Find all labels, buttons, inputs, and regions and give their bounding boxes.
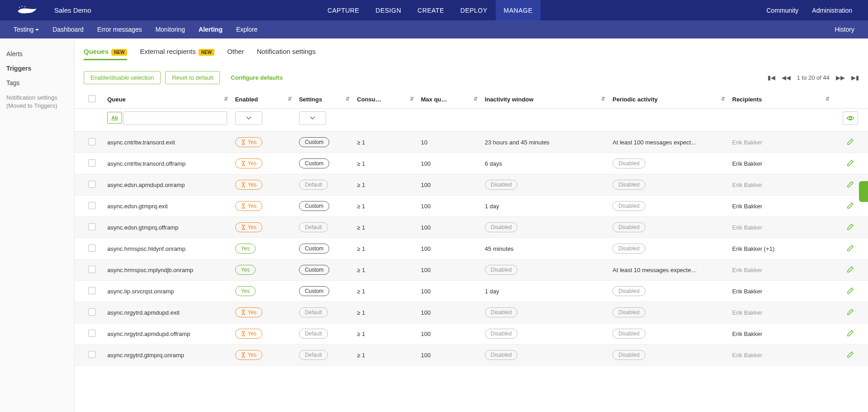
subnav-history[interactable]: History [828, 26, 861, 33]
row-checkbox[interactable] [88, 244, 95, 252]
disabled-pill[interactable]: Disabled [612, 201, 645, 211]
disabled-pill[interactable]: Disabled [612, 350, 645, 360]
nav-item-administration[interactable]: Administration [805, 7, 859, 14]
disabled-pill[interactable]: Disabled [485, 222, 518, 232]
subnav-item-alerting[interactable]: Alerting [192, 26, 229, 33]
pager-prev-icon[interactable]: ◀◀ [782, 74, 791, 81]
tab-queues[interactable]: QueuesNEW [84, 48, 127, 60]
reset-button[interactable]: Reset to default [165, 71, 220, 84]
row-checkbox[interactable] [88, 138, 95, 145]
row-checkbox[interactable] [88, 351, 95, 358]
sort-icon[interactable]: ⇵ [224, 96, 228, 102]
subnav-item-dashboard[interactable]: Dashboard [46, 26, 90, 33]
sidebar-item-triggers[interactable]: Triggers [6, 61, 68, 76]
edit-icon[interactable] [847, 139, 854, 147]
settings-pill[interactable]: Custom [299, 158, 329, 168]
enabled-pill[interactable]: Yes [235, 201, 263, 211]
settings-pill[interactable]: Default [299, 329, 328, 339]
configure-defaults-link[interactable]: Configure defaults [224, 72, 289, 84]
sidebar-item-tags[interactable]: Tags [6, 76, 68, 90]
tab-notification-settings[interactable]: Notification settings [257, 48, 316, 60]
enabled-pill[interactable]: Yes [235, 137, 263, 147]
enabled-pill[interactable]: Yes [235, 350, 263, 360]
subnav-item-testing[interactable]: Testing [7, 26, 46, 33]
subnav-item-monitoring[interactable]: Monitoring [149, 26, 192, 33]
disabled-pill[interactable]: Disabled [612, 329, 645, 339]
disabled-pill[interactable]: Disabled [612, 244, 645, 254]
edit-icon[interactable] [847, 224, 854, 232]
enabled-filter-dropdown[interactable] [235, 111, 262, 125]
sort-icon[interactable]: ⇵ [474, 96, 478, 102]
settings-pill[interactable]: Custom [299, 137, 329, 147]
enabled-pill[interactable]: Yes [235, 329, 263, 339]
settings-pill[interactable]: Custom [299, 265, 329, 275]
edit-icon[interactable] [847, 182, 854, 189]
nav-item-deploy[interactable]: DEPLOY [452, 0, 496, 20]
settings-pill[interactable]: Custom [299, 286, 329, 296]
sort-icon[interactable]: ⇵ [346, 96, 350, 102]
edit-icon[interactable] [847, 352, 854, 359]
row-checkbox[interactable] [88, 223, 95, 230]
settings-filter-dropdown[interactable] [299, 111, 326, 125]
enabled-pill[interactable]: Yes [235, 180, 263, 190]
enabled-pill[interactable]: Yes [235, 307, 263, 317]
filter-mode-button[interactable]: Ab [107, 112, 122, 124]
disabled-pill[interactable]: Disabled [612, 222, 645, 232]
settings-pill[interactable]: Default [299, 222, 328, 232]
sort-icon[interactable]: ⇵ [410, 96, 414, 102]
row-checkbox[interactable] [88, 266, 95, 273]
pager-next-icon[interactable]: ▶▶ [836, 74, 845, 81]
enabled-pill[interactable]: Yes [235, 158, 263, 168]
edit-icon[interactable] [847, 203, 854, 211]
nav-item-manage[interactable]: MANAGE [496, 0, 541, 20]
disabled-pill[interactable]: Disabled [612, 158, 645, 168]
sort-icon[interactable]: ⇵ [721, 96, 725, 102]
nav-item-design[interactable]: DESIGN [367, 0, 409, 20]
disabled-pill[interactable]: Disabled [612, 307, 645, 317]
edit-icon[interactable] [847, 331, 854, 338]
row-checkbox[interactable] [88, 330, 95, 337]
row-checkbox[interactable] [88, 202, 95, 209]
sidebar-item-alerts[interactable]: Alerts [6, 47, 68, 61]
edit-icon[interactable] [847, 160, 854, 168]
enabled-pill[interactable]: Yes [235, 286, 256, 296]
settings-pill[interactable]: Default [299, 307, 328, 317]
edit-icon[interactable] [847, 267, 854, 274]
disabled-pill[interactable]: Disabled [485, 265, 518, 275]
settings-pill[interactable]: Default [299, 350, 328, 360]
tab-external-recipients[interactable]: External recipientsNEW [140, 48, 214, 60]
enabled-pill[interactable]: Yes [235, 265, 256, 275]
subnav-item-explore[interactable]: Explore [229, 26, 264, 33]
pager-last-icon[interactable]: ▶▮ [851, 74, 859, 81]
disabled-pill[interactable]: Disabled [612, 180, 645, 190]
disabled-pill[interactable]: Disabled [485, 180, 518, 190]
edit-icon[interactable] [847, 309, 854, 317]
row-checkbox[interactable] [88, 308, 95, 316]
disabled-pill[interactable]: Disabled [485, 307, 518, 317]
sort-icon[interactable]: ⇵ [601, 96, 605, 102]
settings-pill[interactable]: Custom [299, 201, 329, 211]
nav-item-capture[interactable]: CAPTURE [319, 0, 367, 20]
sort-icon[interactable]: ⇵ [288, 96, 292, 102]
settings-pill[interactable]: Custom [299, 244, 329, 254]
enable-disable-button[interactable]: Enable/disable selection [84, 71, 161, 84]
enabled-pill[interactable]: Yes [235, 222, 263, 232]
nav-item-community[interactable]: Community [760, 7, 806, 14]
pager-first-icon[interactable]: ▮◀ [768, 74, 775, 81]
row-checkbox[interactable] [88, 159, 95, 167]
edit-icon[interactable] [847, 245, 854, 253]
nav-item-create[interactable]: CREATE [409, 0, 452, 20]
disabled-pill[interactable]: Disabled [485, 329, 518, 339]
enabled-pill[interactable]: Yes [235, 244, 256, 254]
select-all-checkbox[interactable] [88, 95, 95, 102]
disabled-pill[interactable]: Disabled [612, 286, 645, 296]
column-visibility-button[interactable] [843, 111, 858, 125]
settings-pill[interactable]: Default [299, 180, 328, 190]
queue-filter-input[interactable] [123, 111, 227, 125]
disabled-pill[interactable]: Disabled [485, 350, 518, 360]
edit-icon[interactable] [847, 288, 854, 296]
subnav-item-error-messages[interactable]: Error messages [90, 26, 149, 33]
feedback-tab[interactable] [859, 181, 868, 202]
sort-icon[interactable]: ⇵ [825, 96, 830, 102]
row-checkbox[interactable] [88, 287, 95, 294]
